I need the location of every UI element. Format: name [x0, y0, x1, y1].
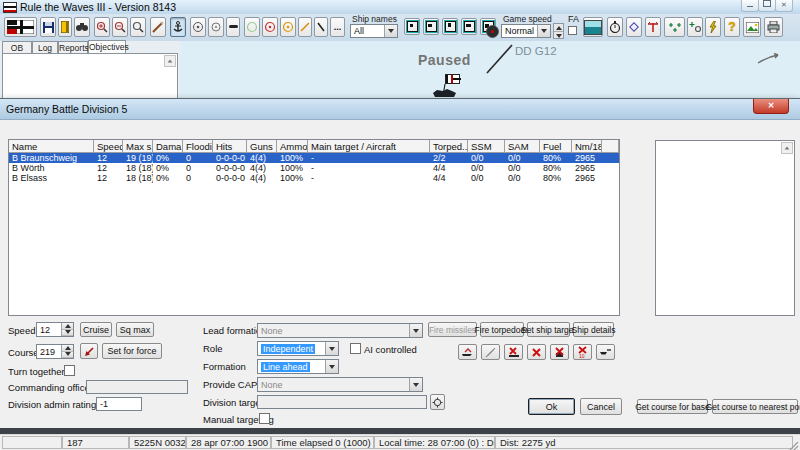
range-ring-orange-button[interactable] [280, 17, 296, 37]
table-row[interactable]: B Braunschweig 12 19 (19) 0% 0 0-0-0-0 4… [9, 153, 619, 163]
ship-arrow-button[interactable] [458, 344, 477, 360]
chevron-down-icon[interactable] [384, 25, 397, 37]
col-header[interactable]: Guns [247, 140, 277, 153]
chevron-down-icon[interactable] [409, 324, 422, 337]
division-listbox[interactable] [655, 140, 795, 316]
role-select[interactable]: Independent [257, 341, 339, 356]
ai-controlled-checkbox[interactable] [350, 343, 361, 354]
anchor-button[interactable] [170, 17, 186, 37]
scroll-up-icon[interactable] [164, 55, 176, 67]
table-row[interactable]: B Wörth 12 18 (18) 0% 0 0-0-0-0 4(4) 100… [9, 163, 619, 173]
zoom-range-button[interactable] [130, 17, 146, 37]
contact-circle-button-2[interactable] [208, 17, 224, 37]
draw-course-button[interactable] [150, 17, 166, 37]
lead-formation-select[interactable]: None [257, 323, 423, 338]
time-step-button-4[interactable] [461, 18, 477, 35]
ok-button[interactable]: Ok [528, 398, 575, 415]
sea-swatch-button[interactable] [583, 17, 603, 37]
zoom-in-button[interactable] [94, 17, 110, 37]
ship-names-select[interactable]: All [350, 24, 398, 38]
resize-grip[interactable] [788, 438, 799, 449]
time-step-button-3[interactable] [442, 18, 458, 35]
lightning-button[interactable] [705, 17, 721, 37]
print-button[interactable] [764, 17, 783, 37]
col-header[interactable]: SSM [468, 140, 505, 153]
division-target-field[interactable] [257, 395, 427, 409]
tab-objectives[interactable]: Objectives [88, 40, 126, 53]
minimize-button[interactable] [741, 0, 759, 12]
col-header[interactable]: Torped... [430, 140, 468, 153]
spinner-arrows-icon[interactable] [61, 345, 73, 358]
formation-crosses-button[interactable] [664, 17, 685, 37]
col-header[interactable]: Hits [213, 140, 247, 153]
course-stepper[interactable]: 219 [36, 344, 74, 359]
speed-stepper[interactable]: 12 [36, 322, 74, 337]
screenshot-button[interactable] [743, 17, 761, 37]
set-course-arrow-button[interactable] [80, 343, 98, 359]
nation-flag-button[interactable] [4, 17, 37, 37]
spinner-arrows-icon[interactable] [61, 323, 73, 336]
remove-x-button[interactable] [527, 344, 546, 360]
log-book-button[interactable] [58, 17, 72, 37]
turn-together-checkbox[interactable] [64, 365, 75, 376]
col-header[interactable]: Max s... [123, 140, 153, 153]
tab-ob[interactable]: OB [2, 41, 32, 53]
col-header[interactable]: Name [9, 140, 94, 153]
cruise-button[interactable]: Cruise [80, 322, 112, 337]
zoom-out-button[interactable] [112, 17, 128, 37]
formation-cross-circle-button[interactable] [687, 17, 703, 37]
cancel-button[interactable]: Cancel [580, 398, 622, 415]
chevron-down-icon[interactable] [325, 342, 338, 355]
remove-block-button[interactable] [550, 344, 569, 360]
col-header[interactable]: Speed [94, 140, 123, 153]
ship-details-button[interactable]: Ship details [573, 322, 614, 337]
torpedo-tool-button[interactable] [645, 17, 661, 37]
dialog-close-button[interactable]: ✕ [753, 99, 789, 114]
table-row[interactable]: B Elsass 12 18 (18) 0% 0 0-0-0-0 4(4) 10… [9, 173, 619, 183]
contact-circle-button-1[interactable] [190, 17, 206, 37]
manual-targeting-checkbox[interactable] [259, 413, 270, 424]
range-ring-green-button[interactable] [244, 17, 260, 37]
tab-log[interactable]: Log [32, 41, 58, 53]
bearing-line-black-button[interactable] [314, 17, 328, 37]
col-header[interactable]: Ammo [277, 140, 308, 153]
fire-torpedoes-button[interactable]: Fire torpedoes [480, 322, 524, 337]
help-button[interactable]: ? [724, 17, 740, 37]
remove-10-button[interactable]: 10 [573, 344, 592, 360]
range-ring-red-button[interactable] [262, 17, 278, 37]
col-header[interactable]: SAM [505, 140, 540, 153]
commanding-officer-field[interactable] [86, 380, 188, 394]
stopwatch-button[interactable] [607, 17, 623, 37]
sq-max-button[interactable]: Sq max [116, 322, 154, 337]
game-speed-select[interactable]: Normal [501, 24, 551, 38]
tab-reports[interactable]: Reports [58, 41, 88, 53]
ship-line-button[interactable] [596, 344, 615, 360]
col-header[interactable]: Nm/18 [572, 140, 602, 153]
provide-cap-select[interactable]: None [257, 377, 423, 392]
get-course-for-base-button[interactable]: Get course for base [637, 399, 708, 414]
col-header[interactable]: Floodi... [183, 140, 213, 153]
game-speed-spinner[interactable] [553, 23, 564, 39]
scroll-up-icon[interactable] [781, 142, 793, 154]
chevron-down-icon[interactable] [409, 378, 422, 391]
quill-button[interactable] [481, 344, 500, 360]
close-button[interactable]: ✕ [775, 0, 793, 12]
save-button[interactable] [40, 17, 56, 37]
chevron-down-icon[interactable] [325, 360, 338, 373]
fa-checkbox[interactable] [568, 26, 577, 35]
col-header[interactable]: Fuel [540, 140, 572, 153]
binoculars-button[interactable] [74, 17, 90, 37]
more-options-button[interactable]: ... [330, 17, 345, 37]
division-admin-field[interactable]: -1 [96, 397, 142, 411]
bearing-line-orange-button[interactable] [298, 17, 312, 37]
set-for-force-button[interactable]: Set for force [102, 343, 162, 359]
fire-missiles-button[interactable]: Fire missiles [428, 322, 477, 337]
chevron-down-icon[interactable] [537, 25, 550, 37]
dialog-titlebar[interactable]: Germany Battle Division 5 [0, 99, 800, 120]
maximize-button[interactable] [758, 0, 776, 12]
division-target-pick-button[interactable] [430, 394, 445, 410]
remove-ship-button[interactable] [504, 344, 523, 360]
col-header[interactable]: Main target / Aircraft [308, 140, 430, 153]
time-step-button-2[interactable] [423, 18, 439, 35]
ships-table[interactable]: Name Speed Max s... Dama... Floodi... Hi… [8, 139, 620, 316]
